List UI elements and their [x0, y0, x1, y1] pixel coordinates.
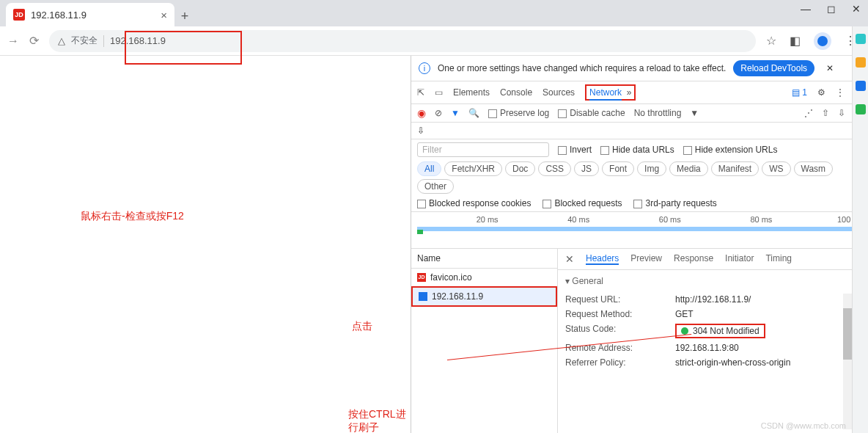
disable-cache[interactable]: Disable cache [558, 108, 625, 118]
url-input[interactable]: △ 不安全 192.168.11.9 [49, 30, 756, 52]
favicon-jd-icon: JD [13, 9, 25, 21]
tab-title: 192.168.11.9 [31, 10, 87, 21]
issues-badge[interactable]: ▤ 1 [792, 87, 807, 98]
chip-manifest[interactable]: Manifest [711, 161, 759, 176]
throttling-dropdown-icon[interactable]: ▼ [690, 108, 699, 118]
watermark: CSDN @www.mcb.com [761, 421, 846, 430]
chip-img[interactable]: Img [637, 161, 666, 176]
kv-status-code: Status Code:304 Not Modified [558, 321, 868, 341]
forward-icon[interactable]: → [7, 34, 19, 48]
request-list-header[interactable]: Name [411, 249, 557, 269]
chip-wasm[interactable]: Wasm [794, 161, 834, 176]
blocked-requests-checkbox[interactable]: Blocked requests [542, 198, 622, 208]
window-controls: — ◻ ✕ [801, 3, 861, 15]
request-detail: ✕ Headers Preview Response Initiator Tim… [558, 249, 868, 433]
more-icon[interactable]: ⋮ [836, 87, 845, 98]
kv-request-method: Request Method:GET [558, 307, 868, 321]
info-icon: i [419, 62, 430, 74]
browser-tab[interactable]: JD 192.168.11.9 × [6, 3, 174, 26]
filter-bar: Filter Invert Hide data URLs Hide extens… [411, 139, 868, 212]
device-icon[interactable]: ▭ [435, 87, 443, 98]
network-toolbar: ◉ ⊘ ▼ 🔍 Preserve log Disable cache No th… [411, 104, 868, 123]
clear-icon[interactable]: ⊘ [435, 108, 442, 118]
chip-font[interactable]: Font [602, 161, 634, 176]
filter-input[interactable]: Filter [417, 142, 549, 157]
not-secure-icon: △ [58, 35, 65, 46]
url-text: 192.168.11.9 [110, 35, 166, 46]
tab-headers[interactable]: Headers [586, 253, 619, 265]
general-section[interactable]: ▾ General [565, 273, 861, 289]
tab-elements[interactable]: Elements [453, 87, 490, 98]
kv-referrer-policy: Referrer Policy:strict-origin-when-cross… [558, 355, 868, 370]
annotation-right-click: 鼠标右击-检查或按F12 [81, 210, 184, 223]
reload-devtools-button[interactable]: Reload DevTools [733, 60, 814, 76]
upload-icon[interactable]: ⇧ [822, 108, 829, 118]
throttling-select[interactable]: No throttling [634, 108, 682, 118]
tab-initiator[interactable]: Initiator [725, 253, 754, 265]
search-icon[interactable]: 🔍 [468, 108, 479, 118]
maximize-icon[interactable]: ◻ [827, 3, 836, 15]
info-message: One or more settings have changed which … [438, 63, 726, 73]
page-content: 鼠标右击-检查或按F12 点击 按住CTRL进行刷子 [0, 56, 411, 433]
side-icon-1[interactable] [856, 34, 866, 44]
devtools-panel: i One or more settings have changed whic… [411, 56, 868, 433]
download-icon[interactable]: ⇩ [838, 108, 845, 118]
new-tab-button[interactable]: + [174, 6, 195, 26]
minimize-icon[interactable]: — [801, 3, 811, 15]
annotation-click: 点击 [352, 320, 372, 333]
settings-icon[interactable]: ⚙ [817, 87, 825, 98]
inspect-icon[interactable]: ⇱ [417, 87, 424, 98]
request-item-page[interactable]: 192.168.11.9 [411, 286, 557, 307]
filter-chips: All Fetch/XHR Doc CSS JS Font Img Media … [417, 161, 862, 194]
side-icon-3[interactable] [856, 81, 866, 91]
wifi-icon[interactable]: ⋰ [804, 108, 813, 118]
not-secure-label: 不安全 [71, 34, 98, 47]
blocked-cookies-checkbox[interactable]: Blocked response cookies [417, 198, 531, 208]
info-bar: i One or more settings have changed whic… [411, 56, 868, 81]
preserve-log[interactable]: Preserve log [488, 108, 549, 118]
extensions-icon[interactable]: ◧ [790, 34, 801, 48]
chip-js[interactable]: JS [574, 161, 599, 176]
hide-data-checkbox[interactable]: Hide data URLs [600, 145, 674, 155]
har-icon[interactable]: ⇩ [417, 125, 424, 136]
scrollbar[interactable] [843, 294, 852, 429]
chip-fetch[interactable]: Fetch/XHR [444, 161, 502, 176]
address-bar: → ⟳ △ 不安全 192.168.11.9 ☆ ◧ ⋮ [0, 26, 868, 56]
tab-console[interactable]: Console [500, 87, 532, 98]
reload-icon[interactable]: ⟳ [29, 34, 39, 48]
document-icon [419, 292, 427, 301]
annotation-ctrl: 按住CTRL进行刷子 [348, 408, 411, 433]
network-timeline[interactable]: 20 ms40 ms60 ms80 ms100 ms [411, 212, 868, 249]
profile-avatar[interactable] [814, 32, 831, 50]
tab-network[interactable]: Network [589, 87, 622, 101]
chip-media[interactable]: Media [669, 161, 708, 176]
devtools-tabs: ⇱ ▭ Elements Console Sources Network » ▤… [411, 81, 868, 104]
request-list: Name JD favicon.ico 192.168.11.9 [411, 249, 558, 433]
close-info-icon[interactable]: ✕ [826, 63, 834, 73]
chip-all[interactable]: All [417, 161, 441, 176]
chip-css[interactable]: CSS [538, 161, 571, 176]
tab-sources[interactable]: Sources [542, 87, 575, 98]
chip-doc[interactable]: Doc [505, 161, 535, 176]
favicon-icon: JD [417, 273, 426, 282]
tab-response[interactable]: Response [674, 253, 713, 265]
browser-tab-bar: JD 192.168.11.9 × + [0, 0, 868, 26]
invert-checkbox[interactable]: Invert [558, 145, 592, 155]
side-icon-2[interactable] [856, 57, 866, 68]
third-party-checkbox[interactable]: 3rd-party requests [633, 198, 716, 208]
kv-request-url: Request URL:http://192.168.11.9/ [558, 292, 868, 307]
close-tab-icon[interactable]: × [161, 9, 167, 21]
record-icon[interactable]: ◉ [417, 107, 426, 119]
bookmark-icon[interactable]: ☆ [766, 34, 776, 48]
side-icon-4[interactable] [856, 104, 866, 114]
hide-ext-checkbox[interactable]: Hide extension URLs [683, 145, 778, 155]
chip-other[interactable]: Other [417, 179, 454, 194]
tab-timing[interactable]: Timing [765, 253, 792, 265]
side-panel-strip [852, 26, 868, 433]
chip-ws[interactable]: WS [762, 161, 790, 176]
tab-preview[interactable]: Preview [630, 253, 662, 265]
request-item-favicon[interactable]: JD favicon.ico [411, 269, 557, 286]
close-window-icon[interactable]: ✕ [852, 3, 861, 15]
close-detail-icon[interactable]: ✕ [565, 253, 574, 265]
filter-toggle-icon[interactable]: ▼ [451, 108, 460, 118]
